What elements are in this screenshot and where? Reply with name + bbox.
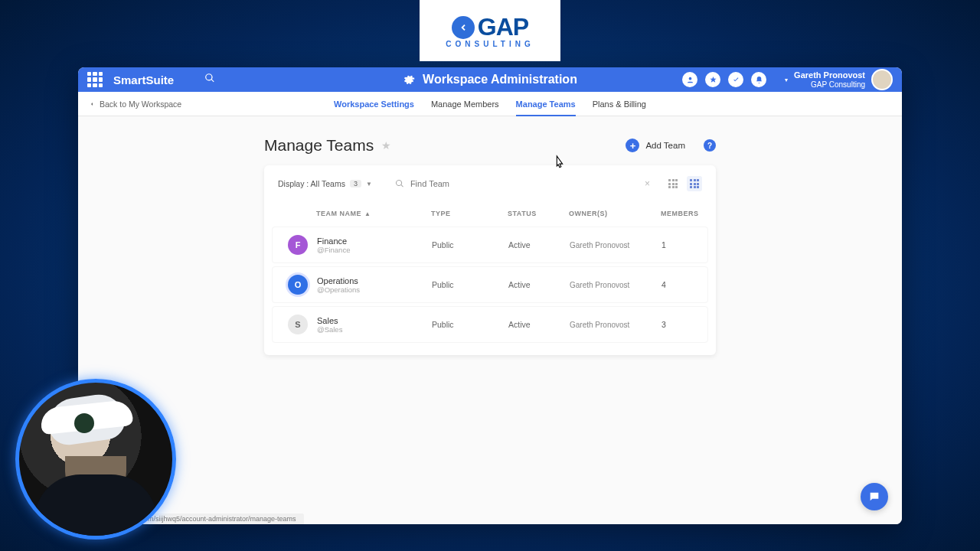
grid-view-button[interactable] bbox=[687, 176, 702, 191]
logo-text: GAP bbox=[478, 13, 528, 41]
team-members: 1 bbox=[662, 240, 707, 249]
nav-tabs-bar: Back to My Workspace Workspace Settings … bbox=[78, 92, 902, 116]
user-menu[interactable]: ▾ Gareth Pronovost GAP Consulting bbox=[785, 69, 893, 90]
search-icon bbox=[395, 179, 404, 188]
status-url: om/siijhwq5/account-administrator/manage… bbox=[136, 514, 304, 524]
page-title: Manage Teams bbox=[264, 136, 374, 155]
table-row[interactable]: FFinance@FinancePublicActiveGareth Prono… bbox=[272, 227, 708, 263]
clear-icon[interactable]: × bbox=[645, 178, 650, 189]
star-icon[interactable] bbox=[705, 72, 720, 87]
col-members[interactable]: MEMBERS bbox=[661, 210, 707, 217]
team-name: Operations bbox=[317, 276, 432, 285]
display-filter[interactable]: Display : All Teams 3 ▼ bbox=[278, 179, 372, 188]
table-row[interactable]: SSales@SalesPublicActiveGareth Pronovost… bbox=[272, 306, 708, 343]
sort-caret-icon: ▲ bbox=[364, 210, 371, 217]
team-type: Public bbox=[432, 280, 508, 289]
team-status: Active bbox=[508, 240, 570, 249]
table-header: TEAM NAME ▲ TYPE STATUS OWNER(S) MEMBERS bbox=[264, 199, 716, 223]
header-title: Workspace Administration bbox=[423, 73, 577, 86]
bell-icon[interactable] bbox=[751, 72, 766, 87]
display-filter-count: 3 bbox=[350, 180, 361, 187]
app-window: SmartSuite Workspace Administration ▾ Ga… bbox=[78, 67, 902, 524]
team-handle: @Operations bbox=[317, 285, 432, 294]
team-owner: Gareth Pronovost bbox=[570, 241, 662, 249]
col-owner[interactable]: OWNER(S) bbox=[569, 210, 661, 217]
team-type: Public bbox=[432, 320, 508, 329]
tab-manage-members[interactable]: Manage Members bbox=[431, 92, 499, 116]
avatar bbox=[871, 69, 893, 90]
plus-icon: + bbox=[626, 139, 639, 152]
team-members: 3 bbox=[662, 320, 707, 329]
svg-point-0 bbox=[688, 77, 691, 80]
team-avatar: F bbox=[288, 235, 308, 255]
logo-subtext: CONSULTING bbox=[446, 40, 534, 48]
team-status: Active bbox=[508, 320, 570, 329]
table-row[interactable]: OOperations@OperationsPublicActiveGareth… bbox=[272, 266, 708, 303]
col-team-name[interactable]: TEAM NAME ▲ bbox=[316, 210, 431, 217]
display-filter-label: Display : All Teams bbox=[278, 179, 345, 188]
add-team-label: Add Team bbox=[645, 141, 685, 150]
col-status[interactable]: STATUS bbox=[508, 210, 569, 217]
team-owner: Gareth Pronovost bbox=[570, 281, 662, 289]
teams-card: Display : All Teams 3 ▼ × bbox=[264, 165, 716, 355]
content-area: Manage Teams ★ + Add Team ? Display : Al… bbox=[78, 116, 902, 524]
tab-plans-billing[interactable]: Plans & Billing bbox=[593, 92, 646, 116]
team-name: Finance bbox=[317, 236, 432, 246]
team-handle: @Finance bbox=[317, 246, 432, 254]
team-name: Sales bbox=[317, 316, 432, 325]
webcam-overlay bbox=[15, 379, 176, 540]
tab-workspace-settings[interactable]: Workspace Settings bbox=[334, 92, 414, 116]
back-link-label: Back to My Workspace bbox=[100, 99, 181, 109]
apps-grid-icon[interactable] bbox=[87, 72, 103, 87]
tab-manage-teams[interactable]: Manage Teams bbox=[516, 92, 576, 116]
favorite-star-icon[interactable]: ★ bbox=[381, 139, 391, 152]
add-team-button[interactable]: + Add Team bbox=[626, 139, 685, 152]
search-icon[interactable] bbox=[204, 73, 215, 86]
chat-fab[interactable] bbox=[861, 483, 888, 510]
user-org: GAP Consulting bbox=[794, 80, 865, 89]
check-icon[interactable] bbox=[728, 72, 743, 87]
help-icon[interactable]: ? bbox=[704, 139, 716, 152]
brand-label: SmartSuite bbox=[113, 73, 174, 86]
team-handle: @Sales bbox=[317, 325, 432, 334]
logo-icon bbox=[452, 16, 475, 39]
top-bar: SmartSuite Workspace Administration ▾ Ga… bbox=[78, 67, 902, 92]
team-avatar: O bbox=[288, 275, 308, 295]
team-type: Public bbox=[432, 240, 508, 249]
user-name: Gareth Pronovost bbox=[794, 70, 865, 80]
search-input[interactable] bbox=[410, 179, 639, 188]
chevron-down-icon: ▼ bbox=[366, 181, 372, 187]
gear-icon bbox=[403, 73, 415, 86]
share-icon[interactable] bbox=[682, 72, 697, 87]
team-owner: Gareth Pronovost bbox=[570, 321, 662, 329]
team-members: 4 bbox=[662, 280, 707, 289]
list-view-button[interactable] bbox=[665, 176, 681, 191]
col-type[interactable]: TYPE bbox=[431, 210, 508, 217]
team-avatar: S bbox=[288, 315, 308, 334]
team-status: Active bbox=[508, 280, 570, 289]
overlay-logo: GAP CONSULTING bbox=[420, 0, 560, 61]
back-link[interactable]: Back to My Workspace bbox=[89, 99, 181, 109]
